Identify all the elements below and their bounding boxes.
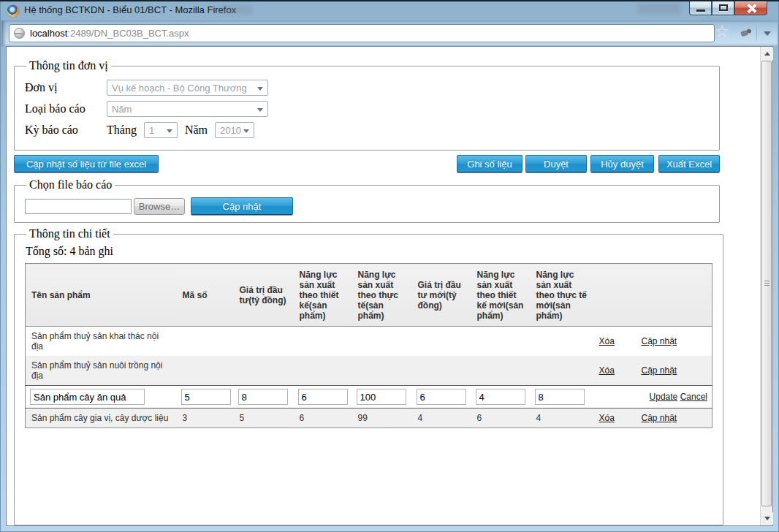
delete-link[interactable]: Xóa: [599, 365, 615, 376]
col-header-capacity-design: Năng lực sản xuất theo thiết kế(sản phẩm…: [294, 264, 352, 327]
cell-value: 6: [294, 408, 352, 428]
report-type-select[interactable]: Năm: [107, 101, 268, 117]
month-label: Tháng: [107, 123, 137, 137]
url-bar[interactable]: localhost:2489/DN_BC03B_BCT.aspx: [9, 24, 715, 42]
browse-button[interactable]: Browse…: [134, 198, 185, 215]
cell-value: 6: [471, 408, 531, 428]
page-action-icon[interactable]: [741, 29, 751, 37]
unapprove-button[interactable]: Hủy duyệt: [590, 155, 654, 172]
browser-window: Hệ thống BCTKDN - Biểu 01/BCT - Mozilla …: [0, 0, 779, 532]
cell-value: [352, 356, 412, 386]
scrollbar-thumb[interactable]: [761, 61, 772, 506]
month-select-value: 1: [149, 125, 154, 136]
vertical-scrollbar[interactable]: [760, 47, 772, 525]
unit-select-value: Vụ kế hoạch - Bộ Công Thương: [112, 83, 247, 94]
update-link[interactable]: Cập nhật: [642, 365, 677, 376]
site-identity-globe-icon[interactable]: [14, 28, 25, 39]
scroll-down-icon: [764, 517, 770, 520]
url-path: :2489/DN_BC03B_BCT.aspx: [67, 28, 189, 39]
action-toolbar: Cập nhật số liệu từ file excel Ghi số li…: [14, 155, 720, 172]
delete-link[interactable]: Xóa: [599, 413, 615, 423]
unit-info-fieldset: Thông tin đơn vị Đơn vị Vụ kế hoạch - Bộ…: [14, 59, 720, 151]
page-content: Thông tin đơn vị Đơn vị Vụ kế hoạch - Bộ…: [6, 46, 773, 526]
url-history-dropdown-icon[interactable]: [764, 31, 771, 36]
report-type-label: Loại báo cáo: [25, 102, 107, 115]
minimize-button[interactable]: [689, 1, 712, 15]
toolbar-separator: [756, 26, 757, 40]
year-select[interactable]: 2010: [215, 122, 254, 138]
update-link[interactable]: Cập nhật: [642, 336, 677, 346]
edit-new-capacity-actual-input[interactable]: [535, 389, 585, 405]
table-header-row: Tên sản phẩm Mã số Giá trị đầu tư(tỷ đồn…: [26, 264, 712, 327]
scroll-down-button[interactable]: [761, 512, 773, 525]
navigation-bar: localhost:2489/DN_BC03B_BCT.aspx ☆: [1, 20, 778, 46]
detail-fieldset-legend: Thông tin chi tiết: [26, 227, 113, 240]
firefox-icon: [7, 5, 19, 17]
total-records-label: Tổng số: 4 bản ghi: [26, 245, 712, 258]
cell-value: [352, 327, 412, 357]
approve-button[interactable]: Duyệt: [525, 155, 587, 172]
cell-product-name: Sản phẩm cây gia vị, cây dược liệu: [26, 408, 177, 428]
cell-value: [531, 327, 593, 357]
scrollbar-grip-icon: [764, 281, 770, 286]
edit-product-name-input[interactable]: [30, 389, 145, 405]
maximize-icon: [719, 4, 728, 11]
period-label: Kỳ báo cáo: [25, 123, 107, 137]
cell-value: [412, 356, 471, 386]
table-edit-row: Update Cancel: [26, 386, 712, 408]
background-window-artifact: [637, 3, 681, 15]
edit-investment-input[interactable]: [238, 389, 288, 405]
window-controls: [689, 1, 767, 15]
bookmark-star-icon[interactable]: ☆: [715, 21, 729, 39]
update-from-excel-button[interactable]: Cập nhật số liệu từ file excel: [14, 155, 159, 172]
cell-value: [234, 356, 294, 386]
cell-value: [294, 327, 352, 357]
cell-value: 5: [234, 408, 294, 428]
edit-capacity-actual-input[interactable]: [357, 389, 406, 405]
cancel-link[interactable]: Cancel: [680, 392, 707, 402]
detail-fieldset: Thông tin chi tiết Tổng số: 4 bản ghi Tê…: [14, 227, 723, 525]
edit-capacity-design-input[interactable]: [298, 389, 348, 405]
save-data-button[interactable]: Ghi số liệu: [457, 155, 522, 172]
update-confirm-link[interactable]: Update: [650, 392, 678, 402]
cell-value: [471, 327, 531, 357]
year-select-value: 2010: [220, 125, 241, 136]
export-excel-button[interactable]: Xuất Excel: [658, 155, 720, 172]
update-link[interactable]: Cập nhật: [642, 413, 677, 423]
cell-value: [294, 356, 352, 386]
edit-new-capacity-design-input[interactable]: [476, 389, 525, 405]
delete-link[interactable]: Xóa: [599, 336, 615, 346]
edit-code-input[interactable]: [181, 389, 231, 405]
background-window-artifact: [219, 5, 253, 15]
cell-value: [412, 327, 471, 357]
col-header-product-name: Tên sản phẩm: [26, 264, 177, 327]
cell-value: [471, 356, 531, 386]
col-header-code: Mã số: [177, 264, 234, 327]
table-row: Sản phẩm thuỷ sản khai thác nội địa Xóa …: [26, 327, 712, 357]
cell-value: [234, 327, 294, 357]
maximize-button[interactable]: [712, 1, 734, 15]
close-button[interactable]: [734, 1, 767, 15]
cell-value: [531, 356, 593, 386]
edit-new-investment-input[interactable]: [417, 389, 466, 405]
col-header-new-capacity-actual: Năng lực sản xuất theo thực tế mới(sản p…: [531, 264, 593, 327]
report-type-select-value: Năm: [112, 104, 132, 115]
window-title: Hệ thống BCTKDN - Biểu 01/BCT - Mozilla …: [24, 4, 236, 15]
file-update-button[interactable]: Cập nhật: [191, 197, 293, 215]
unit-select[interactable]: Vụ kế hoạch - Bộ Công Thương: [107, 80, 268, 96]
cell-value: 4: [412, 408, 471, 428]
web-page: Thông tin đơn vị Đơn vị Vụ kế hoạch - Bộ…: [7, 47, 760, 525]
month-select[interactable]: 1: [144, 122, 178, 138]
col-header-new-capacity-design: Năng lực sản xuất theo thiết kế mới(sản …: [471, 264, 531, 327]
scroll-up-button[interactable]: [761, 48, 773, 60]
minimize-icon: [696, 10, 705, 12]
table-row: Sản phẩm cây gia vị, cây dược liệu 3 5 6…: [26, 408, 712, 428]
unit-label: Đơn vị: [25, 81, 107, 94]
cell-value: 3: [177, 408, 234, 428]
file-fieldset: Chọn file báo cáo Browse… Cập nhật: [14, 178, 720, 223]
year-label: Năm: [185, 123, 208, 137]
cell-product-name: Sản phẩm thuỷ sản nuôi trồng nội địa: [26, 356, 177, 386]
file-path-input[interactable]: [25, 199, 132, 214]
cell-value: 99: [352, 408, 412, 428]
titlebar[interactable]: Hệ thống BCTKDN - Biểu 01/BCT - Mozilla …: [0, 1, 779, 20]
